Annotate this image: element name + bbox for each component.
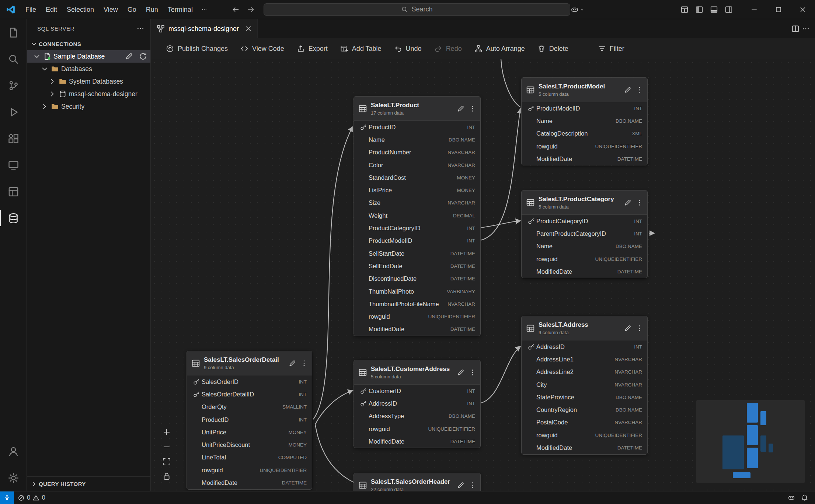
- table-menu-icon[interactable]: [469, 368, 477, 377]
- export-button[interactable]: Export: [291, 42, 333, 56]
- activity-settings-gear-button[interactable]: [0, 465, 27, 491]
- refresh-connection-icon[interactable]: [139, 52, 147, 61]
- column-row-rowguid[interactable]: rowguidUNIQUEIDENTIFIER: [522, 140, 647, 153]
- column-row-salesorderdetailid[interactable]: SalesOrderDetailIDINT: [187, 388, 312, 400]
- table-card-saleslt-salesorderdetail[interactable]: SalesLT.SalesOrderDetail 9 column data S…: [187, 351, 312, 490]
- table-card-saleslt-product[interactable]: SalesLT.Product 17 column data ProductID…: [353, 96, 481, 336]
- column-row-modifieddate[interactable]: ModifiedDateDATETIME: [354, 323, 480, 336]
- column-row-productcategoryid[interactable]: ProductCategoryIDINT: [354, 222, 480, 234]
- tree-item-mssql-schema-designer[interactable]: mssql-schema-designer: [27, 88, 150, 100]
- view-code-button[interactable]: View Code: [235, 42, 290, 56]
- column-row-standardcost[interactable]: StandardCostMONEY: [354, 171, 480, 184]
- relationship-line[interactable]: [315, 424, 354, 483]
- column-row-color[interactable]: ColorNVARCHAR: [354, 159, 480, 171]
- activity-sql-server-button[interactable]: [0, 205, 27, 231]
- column-row-modifieddate[interactable]: ModifiedDateDATETIME: [522, 265, 647, 278]
- copilot-status-button[interactable]: [785, 494, 798, 501]
- edit-table-icon[interactable]: [624, 199, 632, 207]
- menu-terminal[interactable]: Terminal: [163, 3, 198, 16]
- editor-more-actions-icon[interactable]: [802, 25, 810, 33]
- column-row-productmodelid[interactable]: ProductModelIDINT: [522, 102, 647, 115]
- table-menu-icon[interactable]: [635, 324, 644, 332]
- column-row-rowguid[interactable]: rowguidUNIQUEIDENTIFIER: [187, 464, 312, 476]
- lock-button[interactable]: [161, 471, 172, 482]
- table-card-header[interactable]: SalesLT.SalesOrderHeader 22 column data: [354, 473, 480, 491]
- column-row-modifieddate[interactable]: ModifiedDateDATETIME: [354, 435, 480, 448]
- redo-button[interactable]: Redo: [429, 42, 467, 56]
- column-row-addressid[interactable]: AddressIDINT: [522, 340, 647, 353]
- column-row-addressline2[interactable]: AddressLine2NVARCHAR: [522, 366, 647, 378]
- relationship-line[interactable]: [501, 59, 520, 107]
- column-row-name[interactable]: NameDBO.NAME: [522, 240, 647, 253]
- table-menu-icon[interactable]: [469, 105, 477, 113]
- back-button[interactable]: [230, 4, 241, 15]
- activity-run-debug-button[interactable]: [0, 99, 27, 125]
- table-menu-icon[interactable]: [469, 481, 477, 489]
- relationship-line[interactable]: [315, 391, 353, 424]
- auto-arrange-button[interactable]: Auto Arrange: [469, 42, 530, 56]
- column-row-sellenddate[interactable]: SellEndDateDATETIME: [354, 260, 480, 272]
- delete-button[interactable]: Delete: [532, 42, 574, 56]
- menu-view[interactable]: View: [99, 3, 123, 16]
- column-row-weight[interactable]: WeightDECIMAL: [354, 209, 480, 222]
- table-card-saleslt-salesorderheader[interactable]: SalesLT.SalesOrderHeader 22 column data: [353, 473, 481, 491]
- tree-item-system-databases[interactable]: System Databases: [27, 75, 150, 88]
- activity-explorer-button[interactable]: [0, 19, 27, 46]
- table-card-header[interactable]: SalesLT.ProductCategory 5 column data: [522, 190, 647, 215]
- toggle-secondary-sidebar-button[interactable]: [721, 3, 736, 16]
- tab-close-icon[interactable]: [245, 25, 252, 32]
- column-row-listprice[interactable]: ListPriceMONEY: [354, 184, 480, 196]
- column-row-parentproductcategoryid[interactable]: ParentProductCategoryIDINT: [522, 227, 647, 240]
- table-card-saleslt-address[interactable]: SalesLT.Address 9 column data AddressIDI…: [521, 316, 648, 455]
- column-row-postalcode[interactable]: PostalCodeNVARCHAR: [522, 416, 647, 429]
- menu-overflow-button[interactable]: [198, 3, 211, 16]
- column-row-productcategoryid[interactable]: ProductCategoryIDINT: [522, 215, 647, 227]
- remote-indicator-button[interactable]: [0, 491, 14, 504]
- menu-edit[interactable]: Edit: [41, 3, 62, 16]
- table-card-saleslt-customeraddress[interactable]: SalesLT.CustomerAddress 5 column data Cu…: [353, 360, 481, 448]
- column-row-size[interactable]: SizeNVARCHAR: [354, 197, 480, 209]
- column-row-countryregion[interactable]: CountryRegionDBO.NAME: [522, 403, 647, 416]
- close-button[interactable]: [791, 0, 815, 19]
- column-row-rowguid[interactable]: rowguidUNIQUEIDENTIFIER: [522, 429, 647, 441]
- connections-section-header[interactable]: CONNECTIONS: [27, 38, 150, 50]
- copilot-menu-button[interactable]: [570, 3, 585, 16]
- minimap[interactable]: [696, 400, 805, 483]
- split-editor-icon[interactable]: [791, 25, 800, 33]
- table-card-header[interactable]: SalesLT.ProductModel 5 column data: [522, 78, 647, 102]
- edit-connection-icon[interactable]: [125, 52, 133, 61]
- publish-changes-button[interactable]: Publish Changes: [160, 42, 233, 56]
- column-row-city[interactable]: CityNVARCHAR: [522, 378, 647, 391]
- activity-source-control-button[interactable]: [0, 72, 27, 99]
- column-row-rowguid[interactable]: rowguidUNIQUEIDENTIFIER: [354, 423, 480, 435]
- relationship-line[interactable]: [481, 109, 520, 240]
- edit-table-icon[interactable]: [624, 324, 632, 332]
- column-row-rowguid[interactable]: rowguidUNIQUEIDENTIFIER: [522, 253, 647, 265]
- column-row-productnumber[interactable]: ProductNumberNVARCHAR: [354, 146, 480, 159]
- column-row-rowguid[interactable]: rowguidUNIQUEIDENTIFIER: [354, 310, 480, 323]
- column-row-thumbnailphotofilename[interactable]: ThumbnailPhotoFileNameNVARCHAR: [354, 298, 480, 310]
- table-card-saleslt-productmodel[interactable]: SalesLT.ProductModel 5 column data Produ…: [521, 77, 648, 165]
- tree-item-databases[interactable]: Databases: [27, 63, 150, 75]
- column-row-salesorderid[interactable]: SalesOrderIDINT: [187, 375, 312, 388]
- add-table-button[interactable]: Add Table: [335, 42, 387, 56]
- designer-canvas[interactable]: SalesLT.Product 17 column data ProductID…: [151, 59, 815, 491]
- command-center-search[interactable]: Search: [264, 3, 570, 16]
- column-row-sellstartdate[interactable]: SellStartDateDATETIME: [354, 247, 480, 260]
- column-row-name[interactable]: NameDBO.NAME: [354, 133, 480, 146]
- table-menu-icon[interactable]: [635, 86, 644, 94]
- menu-run[interactable]: Run: [141, 3, 163, 16]
- table-card-saleslt-productcategory[interactable]: SalesLT.ProductCategory 5 column data Pr…: [521, 190, 648, 278]
- column-row-thumbnailphoto[interactable]: ThumbNailPhotoVARBINARY: [354, 285, 480, 298]
- column-row-unitpricediscount[interactable]: UnitPriceDiscountMONEY: [187, 438, 312, 451]
- table-menu-icon[interactable]: [300, 359, 308, 367]
- zoom-out-button[interactable]: [161, 441, 172, 452]
- column-row-linetotal[interactable]: LineTotalCOMPUTED: [187, 451, 312, 464]
- column-row-productid[interactable]: ProductIDINT: [187, 413, 312, 426]
- column-row-modifieddate[interactable]: ModifiedDateDATETIME: [522, 441, 647, 454]
- customize-layout-button[interactable]: [677, 3, 692, 16]
- column-row-addressid[interactable]: AddressIDINT: [354, 397, 480, 410]
- column-row-modifieddate[interactable]: ModifiedDateDATETIME: [187, 476, 312, 489]
- column-row-catalogdescription[interactable]: CatalogDescriptionXML: [522, 127, 647, 140]
- edit-table-icon[interactable]: [457, 105, 465, 113]
